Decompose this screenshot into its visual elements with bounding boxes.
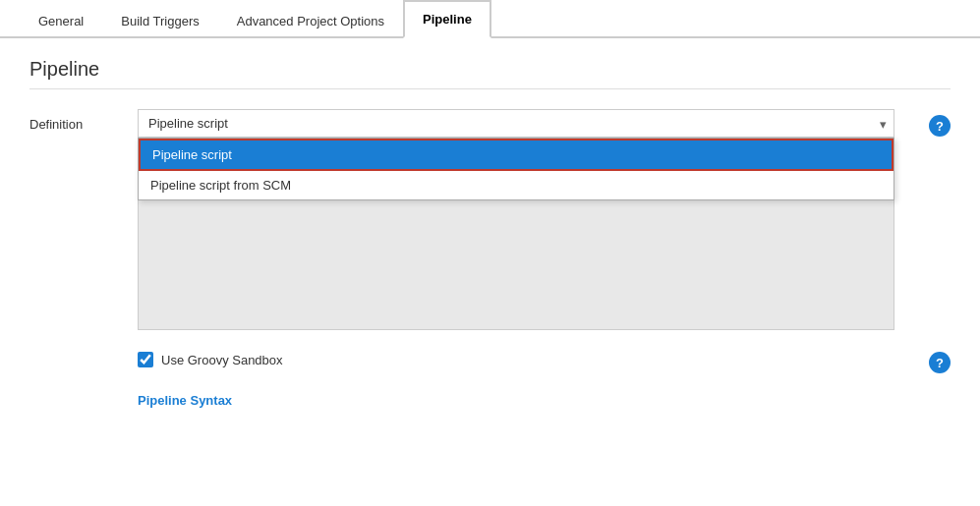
definition-select-wrapper: Pipeline script Pipeline script from SCM… xyxy=(138,109,894,138)
tab-pipeline[interactable]: Pipeline xyxy=(403,0,491,38)
definition-row: Definition Pipeline script Pipeline scri… xyxy=(29,109,951,138)
definition-select[interactable]: Pipeline script Pipeline script from SCM xyxy=(138,109,894,138)
definition-field: Pipeline script Pipeline script from SCM… xyxy=(138,109,919,138)
groovy-sandbox-label: Use Groovy Sandbox xyxy=(161,353,283,367)
groovy-sandbox-help-icon[interactable]: ? xyxy=(929,352,951,373)
groovy-sandbox-checkbox[interactable] xyxy=(138,352,153,367)
main-content: Pipeline Definition Pipeline script Pipe… xyxy=(0,38,980,437)
tab-build-triggers[interactable]: Build Triggers xyxy=(102,3,217,38)
tabs-bar: General Build Triggers Advanced Project … xyxy=(0,0,980,38)
tab-advanced-project-options[interactable]: Advanced Project Options xyxy=(218,3,403,38)
tab-general[interactable]: General xyxy=(20,3,102,38)
dropdown-item-pipeline-script-scm[interactable]: Pipeline script from SCM xyxy=(139,171,894,199)
groovy-sandbox-row: Use Groovy Sandbox ? xyxy=(138,346,951,373)
checkbox-wrapper: Use Groovy Sandbox ? xyxy=(138,346,951,373)
pipeline-syntax-link[interactable]: Pipeline Syntax xyxy=(138,393,232,408)
dropdown-item-pipeline-script[interactable]: Pipeline script xyxy=(139,139,894,171)
page-title: Pipeline xyxy=(29,58,951,89)
page-container: General Build Triggers Advanced Project … xyxy=(0,0,980,506)
definition-label: Definition xyxy=(29,109,138,132)
definition-help-icon[interactable]: ? xyxy=(929,115,951,137)
dropdown-open: Pipeline script Pipeline script from SCM xyxy=(138,138,894,200)
